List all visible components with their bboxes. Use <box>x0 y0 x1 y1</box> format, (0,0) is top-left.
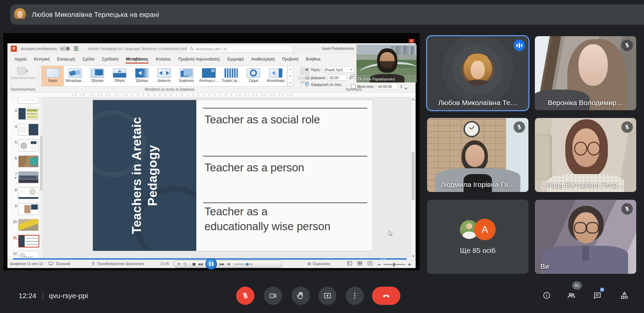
mic-icon[interactable] <box>177 262 180 266</box>
transition-wipe[interactable]: Σβήσιμο <box>131 66 153 86</box>
stop-icon[interactable] <box>193 263 195 266</box>
mic-toggle-button[interactable] <box>236 287 254 305</box>
slide-thumb-5[interactable]: 5 <box>9 140 41 153</box>
transition-uncover-icon <box>269 68 282 78</box>
tab-design[interactable]: Σχεδίαση <box>98 54 122 64</box>
language-status[interactable]: Ελληνικά <box>56 262 70 266</box>
powerpoint-window: P Αυτόματη αποθήκευση Aretaic Pedagogy f… <box>7 43 416 267</box>
tile-veronika[interactable]: Вероніка Володимир… <box>535 36 636 110</box>
after-input[interactable]: 00:00,00 <box>376 83 398 90</box>
tile-lyudmyla[interactable]: Людмила Ігорівна Га… <box>427 118 528 192</box>
document-title[interactable]: Aretaic Pedagogy for Language Teaching •… <box>88 47 198 51</box>
camera-icon <box>269 292 277 300</box>
zoom-in-icon[interactable] <box>408 263 411 266</box>
tab-transitions[interactable]: Μεταβάσεις <box>122 54 152 64</box>
overflow-avatar-letter: A <box>474 219 496 240</box>
slide-thumb-9[interactable]: 9 <box>9 203 41 217</box>
transition-morph[interactable]: Μεταμόρφ… <box>64 66 86 86</box>
tab-slideshow[interactable]: Προβολή παρουσίασης <box>175 54 224 64</box>
gallery-scrollbar[interactable] <box>287 66 293 87</box>
presenting-banner: Любов Миколаївна Терлецька на екрані <box>10 4 644 25</box>
tab-file[interactable]: Αρχείο <box>11 54 30 64</box>
slideshow-view-icon[interactable] <box>368 261 372 265</box>
slide-thumb-12[interactable]: 12 Thank you! <box>9 251 41 258</box>
rewind-icon[interactable] <box>198 263 203 266</box>
tile-you[interactable]: Ви <box>535 200 636 274</box>
after-spinner[interactable] <box>400 85 402 88</box>
transition-uncover[interactable]: Αποκάλυψη <box>265 66 287 86</box>
slide-thumb-4[interactable]: 4 <box>9 124 41 138</box>
save-icon[interactable] <box>74 46 79 52</box>
close-icon[interactable] <box>409 39 414 43</box>
ribbon-collapse-icon[interactable] <box>404 88 407 90</box>
zoom-slider[interactable] <box>383 264 405 265</box>
tab-view[interactable]: Προβολή <box>278 54 302 64</box>
slide-thumb-7[interactable]: 7★ <box>9 171 41 185</box>
chat-button[interactable] <box>593 291 602 300</box>
account-name[interactable]: Isaak Papadopoulos <box>322 46 354 50</box>
more-options-button[interactable] <box>346 287 364 305</box>
zoom-out-icon[interactable] <box>378 264 381 265</box>
autosave-toggle[interactable] <box>59 46 70 51</box>
tab-draw[interactable]: Σχέδιο <box>79 54 98 64</box>
ppt-titlebar: P Αυτόματη αποθήκευση Aretaic Pedagogy f… <box>7 43 416 54</box>
transition-fade[interactable]: Σβήσιμο <box>86 66 108 86</box>
camera-toggle-button[interactable] <box>264 287 282 305</box>
slide-scrollbar[interactable] <box>411 97 416 258</box>
present-button[interactable] <box>318 287 337 305</box>
raise-hand-button[interactable] <box>292 287 310 305</box>
volume-slider[interactable] <box>234 264 253 265</box>
activities-button[interactable] <box>620 291 629 300</box>
participants-button[interactable] <box>567 291 576 300</box>
apply-all-button[interactable]: Εφαρμογή σε όλες <box>305 82 342 87</box>
participant-name: Людмила Ігорівна Га… <box>427 180 528 189</box>
speaker-icon[interactable] <box>227 262 231 266</box>
transition-cut[interactable]: Απότομη ε… <box>198 66 220 86</box>
self-name: Ви <box>540 262 549 270</box>
tab-home[interactable]: Κεντρική <box>30 54 53 64</box>
tab-animations[interactable]: Κινήσεις <box>152 54 175 64</box>
duration-input[interactable]: 02,00 <box>328 74 347 81</box>
display-settings-icon[interactable] <box>49 262 53 266</box>
slide-sorter-icon[interactable] <box>357 261 362 265</box>
transition-none[interactable]: Καμία <box>42 66 64 86</box>
tab-insert[interactable]: Εισαγωγή <box>53 54 79 64</box>
tile-lyubov[interactable]: Любов Миколаївна Те… <box>427 36 528 110</box>
normal-view-icon[interactable] <box>347 261 352 265</box>
ppt-search[interactable]: Αναζήτηση (Alt + X) <box>187 45 293 53</box>
notes-button[interactable]: Σημειώσεις <box>307 262 330 266</box>
zoom-control[interactable] <box>378 263 411 266</box>
transition-shape[interactable]: Σχήμα <box>242 66 265 86</box>
slide-thumb-2[interactable]: ★ <box>9 97 41 106</box>
slide-thumb-3[interactable]: 3 <box>9 108 41 122</box>
thumbnails-scrollbar[interactable] <box>40 97 43 258</box>
sound-icon <box>305 68 309 72</box>
transition-split[interactable]: Διαίρεση <box>153 66 175 86</box>
slide-thumb-10[interactable]: 10 <box>9 219 41 233</box>
on-click-checkbox[interactable] <box>351 74 355 79</box>
zoom-handle[interactable] <box>393 263 395 266</box>
pause-button[interactable] <box>205 258 217 270</box>
info-button[interactable] <box>542 291 551 300</box>
tab-help[interactable]: Βοήθεια <box>302 54 324 64</box>
transition-push[interactable]: Ώθηση <box>108 66 131 86</box>
transition-none-icon <box>46 68 59 78</box>
tile-overflow[interactable]: A Ще 85 осіб <box>427 200 528 274</box>
slide-thumb-6[interactable]: 6 <box>9 155 41 169</box>
transition-random-bars[interactable]: Τυχαίες γρ… <box>220 66 242 86</box>
tab-review[interactable]: Αναθεώρηση <box>247 54 278 64</box>
participant-avatar <box>462 53 494 86</box>
end-call-button[interactable] <box>372 287 400 305</box>
fast-forward-icon[interactable] <box>220 263 224 266</box>
transition-reveal[interactable]: Εμφάνιση <box>175 66 198 86</box>
accessibility-status[interactable]: Προσβασιμότητα: Διερεύνηση <box>97 262 144 266</box>
sound-row: Ήχος: [Χωρίς ήχο] <box>305 66 355 73</box>
sound-select[interactable]: [Χωρίς ήχο] <box>322 66 355 73</box>
slide-thumb-8[interactable]: 8 <box>9 187 41 201</box>
participants-icon <box>567 291 576 300</box>
tile-lada[interactable]: Лада Вікторівна Петр… <box>535 118 636 192</box>
slide-thumb-11-selected[interactable]: 11 <box>9 235 41 249</box>
tab-record[interactable]: Εγγραφή <box>224 54 247 64</box>
loop-icon[interactable] <box>183 262 187 266</box>
preview-button[interactable]: Προεπισκόπηση <box>7 67 39 80</box>
